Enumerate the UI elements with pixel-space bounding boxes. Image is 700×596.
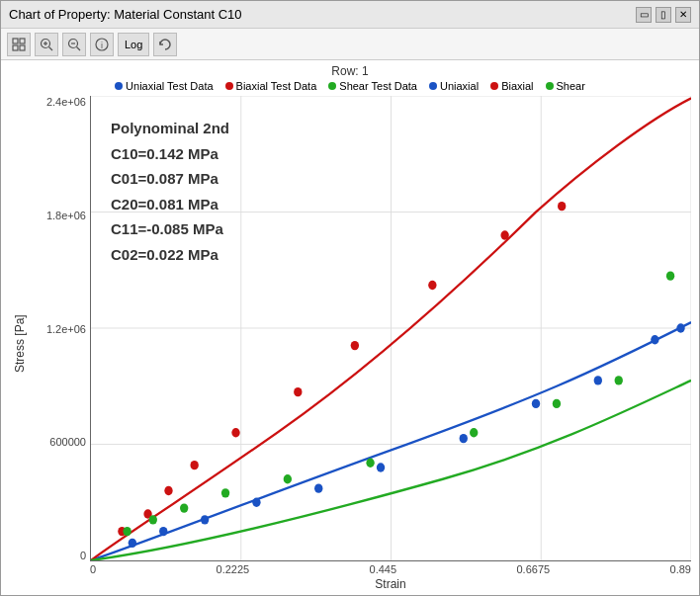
svg-point-29 [594, 376, 602, 384]
svg-point-28 [532, 399, 540, 408]
x-tick-0: 0 [90, 563, 96, 575]
svg-point-46 [284, 474, 292, 483]
svg-rect-0 [13, 39, 18, 43]
y-tick-0: 0 [31, 550, 86, 561]
svg-point-27 [460, 434, 468, 443]
svg-point-49 [553, 399, 561, 408]
chart-container: Stress [Pa] 0 600000 1.2e+06 1.8e+06 2.4… [9, 96, 691, 591]
legend: Uniaxial Test Data Biaxial Test Data She… [9, 80, 691, 92]
svg-point-42 [123, 527, 131, 536]
legend-label-uniaxial: Uniaxial [440, 80, 479, 92]
svg-point-23 [201, 515, 209, 524]
window-title: Chart of Property: Material Constant C10 [9, 7, 242, 22]
info-button[interactable]: i [90, 33, 114, 56]
svg-rect-3 [20, 45, 25, 50]
row-label: Row: 1 [9, 64, 691, 78]
svg-point-48 [470, 428, 478, 437]
refresh-button[interactable] [153, 33, 177, 56]
toolbar: i Log [1, 29, 699, 60]
svg-point-30 [651, 335, 658, 344]
legend-label-shear-test: Shear Test Data [339, 80, 417, 92]
legend-dot-biaxial-test [225, 82, 233, 90]
x-axis-ticks: 0 0.2225 0.445 0.6675 0.89 [90, 561, 691, 575]
plot-svg [91, 96, 691, 560]
close-button[interactable]: ✕ [675, 7, 691, 23]
svg-point-26 [377, 463, 385, 471]
x-tick-4: 0.89 [670, 563, 691, 575]
title-bar: Chart of Property: Material Constant C10… [1, 1, 699, 29]
legend-dot-biaxial-line [490, 82, 498, 90]
legend-item-uniaxial-line: Uniaxial [429, 80, 479, 92]
legend-item-biaxial-line: Biaxial [490, 80, 533, 92]
svg-point-43 [149, 515, 157, 524]
chart-inner: 0 600000 1.2e+06 1.8e+06 2.4e+06 Polynom… [31, 96, 691, 591]
zoom-in-button[interactable] [35, 33, 58, 56]
svg-line-5 [49, 46, 53, 50]
svg-text:i: i [101, 41, 103, 50]
svg-point-50 [615, 376, 623, 384]
svg-point-39 [428, 281, 436, 290]
legend-item-shear-test: Shear Test Data [328, 80, 417, 92]
legend-dot-shear-line [546, 82, 554, 90]
legend-item-biaxial-test: Biaxial Test Data [225, 80, 317, 92]
svg-point-45 [221, 488, 229, 497]
svg-point-25 [314, 483, 322, 492]
x-tick-2: 0.445 [370, 563, 397, 575]
svg-rect-2 [13, 45, 18, 50]
y-tick-2: 1.2e+06 [31, 323, 86, 335]
svg-point-22 [159, 527, 167, 536]
chart-area: Row: 1 Uniaxial Test Data Biaxial Test D… [1, 60, 699, 595]
svg-line-9 [77, 46, 81, 50]
svg-point-40 [500, 230, 508, 239]
svg-point-24 [252, 498, 260, 507]
svg-point-51 [666, 271, 674, 280]
svg-rect-1 [20, 39, 25, 43]
y-tick-3: 1.8e+06 [31, 210, 86, 221]
svg-point-36 [231, 428, 239, 437]
log-button[interactable]: Log [118, 33, 149, 56]
svg-point-34 [164, 486, 172, 495]
svg-point-38 [351, 341, 359, 350]
legend-dot-uniaxial-line [429, 82, 437, 90]
restore-button[interactable]: ▯ [656, 7, 671, 23]
legend-label-uniaxial-test: Uniaxial Test Data [126, 80, 213, 92]
window-controls: ▭ ▯ ✕ [636, 7, 691, 23]
chart-plot: Polynominal 2nd C10=0.142 MPa C01=0.087 … [90, 96, 691, 561]
x-tick-3: 0.6675 [516, 563, 550, 575]
svg-point-21 [129, 539, 136, 548]
legend-label-biaxial: Biaxial [501, 80, 533, 92]
y-axis-label: Stress [Pa] [9, 96, 31, 591]
x-tick-1: 0.2225 [217, 563, 250, 575]
svg-point-44 [180, 503, 188, 512]
zoom-out-button[interactable] [62, 33, 86, 56]
svg-point-37 [294, 387, 302, 396]
legend-label-shear: Shear [557, 80, 585, 92]
legend-item-uniaxial-test: Uniaxial Test Data [115, 80, 213, 92]
svg-point-47 [366, 459, 374, 468]
svg-point-31 [676, 323, 684, 332]
y-tick-1: 600000 [31, 436, 86, 448]
svg-point-41 [558, 202, 566, 211]
y-tick-4: 2.4e+06 [31, 96, 86, 108]
main-window: Chart of Property: Material Constant C10… [0, 0, 700, 596]
legend-dot-shear-test [328, 82, 336, 90]
x-axis-label: Strain [90, 577, 691, 591]
grid-icon[interactable] [7, 33, 31, 56]
legend-dot-uniaxial-test [115, 82, 123, 90]
svg-point-35 [190, 461, 198, 469]
legend-item-shear-line: Shear [546, 80, 585, 92]
legend-label-biaxial-test: Biaxial Test Data [236, 80, 317, 92]
minimize-button[interactable]: ▭ [636, 7, 652, 23]
